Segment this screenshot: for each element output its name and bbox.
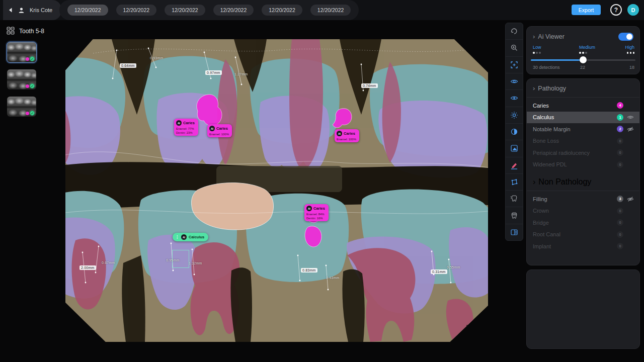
caries-tag[interactable]: AI Caries Enamel: 84% Dentin: 16%	[304, 204, 329, 221]
level-medium-dots	[579, 52, 587, 54]
level-low[interactable]: Low	[533, 45, 541, 50]
calculus-tag[interactable]: ⋮ AI Calculus	[173, 233, 208, 241]
tag-detail: Enamel: 84%	[306, 213, 326, 216]
tag-detail: Enamel: 100%	[209, 133, 229, 136]
divider	[527, 191, 639, 191]
detection-threshold-slider[interactable]	[531, 57, 635, 63]
tag-detail: Enamel: 100%	[337, 138, 356, 141]
level-low-dots	[533, 52, 541, 54]
xray-render	[65, 39, 488, 342]
non-pathology-row-crown[interactable]: Crown 0	[527, 205, 639, 217]
tag-title: Caries	[344, 131, 355, 136]
tag-title: Caries	[183, 121, 195, 125]
tooth-layout-icon[interactable]	[7, 27, 15, 35]
rotate-icon[interactable]	[506, 23, 523, 40]
non-pathology-row-filling[interactable]: Filling 3	[527, 193, 639, 205]
medium-count: 22	[580, 65, 585, 70]
count-badge: 0	[617, 231, 623, 238]
measurement-label: 0.83mm	[301, 268, 317, 273]
eye-hidden-icon[interactable]	[626, 126, 634, 133]
pathology-row-notable-margin[interactable]: Notable Margin 2	[527, 123, 639, 135]
tooth-parts-button[interactable]: › Tooth par	[466, 325, 488, 336]
measurement-label: 1.27mm	[234, 72, 248, 76]
measurement-label: 1.32mm	[189, 261, 202, 265]
drag-handle-icon: ⋮	[175, 236, 179, 239]
pathology-card: › Pathology Caries 4 Calculus 1 Notable …	[526, 78, 640, 265]
contrast-icon[interactable]	[506, 124, 523, 140]
chevron-right-icon[interactable]: ›	[533, 86, 535, 91]
pathology-row-bone-loss[interactable]: Bone Loss 0	[527, 135, 639, 147]
layout-panel-icon[interactable]	[506, 224, 523, 240]
measurement-label: 0.93mm	[326, 276, 340, 280]
patient-chip[interactable]: Kris Cote	[3, 0, 61, 20]
count-badge: 0	[617, 208, 623, 214]
date-tab[interactable]: 12/20/2022	[116, 5, 157, 16]
tag-detail: Dentin: 23%	[176, 131, 195, 134]
xray-image[interactable]: 0.64mm 0.93mm 0.97mm 1.27mm 0.74mm 2.00m…	[65, 39, 488, 342]
measurement-label: 0.55mm	[447, 265, 460, 269]
fit-crosshair-icon[interactable]	[506, 57, 523, 73]
check-badge: ✓	[30, 111, 35, 116]
tag-detail: Dentin: 16%	[306, 217, 326, 220]
date-tab[interactable]: 12/20/2022	[213, 5, 254, 16]
chevron-right-icon[interactable]: ›	[533, 177, 535, 187]
zoom-in-icon[interactable]	[506, 40, 523, 56]
chevron-right-icon[interactable]: ›	[533, 34, 535, 39]
count-badge: 0	[617, 243, 623, 249]
calculus-selection-box	[172, 250, 189, 268]
annotate-pencil-icon[interactable]	[506, 157, 523, 174]
eye-icon[interactable]	[506, 73, 523, 90]
non-pathology-row-root-canal[interactable]: Root Canal 0	[527, 229, 639, 241]
ai-badge-icon: AI	[181, 234, 187, 240]
pathology-row-periapical[interactable]: Periapical radiolucency 0	[527, 147, 639, 159]
caries-tag[interactable]: AI Caries Enamel: 77% Dentin: 23%	[174, 119, 198, 136]
date-tab[interactable]: 12/20/2022	[165, 5, 205, 16]
tooth-crown-icon[interactable]	[506, 207, 523, 224]
ai-viewer-toggle[interactable]	[618, 33, 633, 41]
detections-count: 30 detections	[533, 65, 560, 70]
measurement-label: 0.67mm	[102, 261, 115, 264]
eye-detail-icon[interactable]	[506, 90, 523, 107]
eye-visible-icon[interactable]	[626, 114, 634, 121]
level-high[interactable]: High	[625, 45, 634, 50]
xray-thumbnail[interactable]: ✓	[7, 97, 36, 117]
caries-tag[interactable]: AI Caries Enamel: 100%	[335, 129, 359, 142]
date-tab[interactable]: 12/20/2022	[262, 5, 302, 16]
tooth-anatomy-icon[interactable]	[506, 191, 523, 207]
ai-badge-icon: AI	[176, 120, 182, 126]
measurement-label: 0.31mm	[431, 269, 447, 274]
brightness-icon[interactable]	[506, 107, 523, 124]
xray-thumbnail[interactable]: ✓	[7, 69, 36, 89]
measurement-label: 0.93mm	[150, 56, 164, 60]
non-pathology-row-bridge[interactable]: Bridge 0	[527, 217, 639, 229]
caries-dot-badge	[26, 112, 29, 115]
high-count: 18	[629, 65, 634, 70]
person-icon	[18, 7, 25, 14]
level-medium[interactable]: Medium	[579, 45, 595, 50]
eye-hidden-icon[interactable]	[626, 196, 634, 203]
back-icon[interactable]	[8, 8, 13, 13]
measurement-label: 2.00mm	[79, 265, 96, 270]
series-title: Tooth 5-8	[19, 28, 44, 35]
date-tab[interactable]: 12/20/2022	[310, 5, 351, 16]
count-badge: 4	[617, 102, 623, 109]
chevron-right-icon: ›	[469, 326, 486, 330]
empty-panel-card	[526, 269, 640, 349]
caries-dot-badge	[26, 57, 29, 61]
export-button[interactable]: Export	[572, 5, 601, 15]
pathology-row-widened-pdl[interactable]: Widened PDL 0	[527, 159, 639, 171]
non-pathology-row-implant[interactable]: Implant 0	[527, 240, 639, 252]
count-badge: 1	[617, 114, 623, 121]
pathology-row-calculus[interactable]: Calculus 1	[527, 112, 639, 124]
tooth-parts-label: Tooth par	[469, 331, 482, 335]
pathology-row-caries[interactable]: Caries 4	[527, 100, 639, 112]
help-icon[interactable]: ?	[610, 4, 622, 16]
caries-dot-badge	[26, 84, 29, 88]
avatar[interactable]: D	[627, 4, 639, 16]
image-enhance-icon[interactable]	[506, 140, 523, 157]
date-tab[interactable]: 12/20/2022	[67, 5, 108, 16]
caries-tag[interactable]: AI Caries Enamel: 100%	[207, 124, 232, 137]
perspective-box-icon[interactable]	[506, 174, 523, 191]
xray-thumbnail[interactable]: ✓	[7, 42, 36, 62]
tag-title: Caries	[313, 206, 325, 211]
